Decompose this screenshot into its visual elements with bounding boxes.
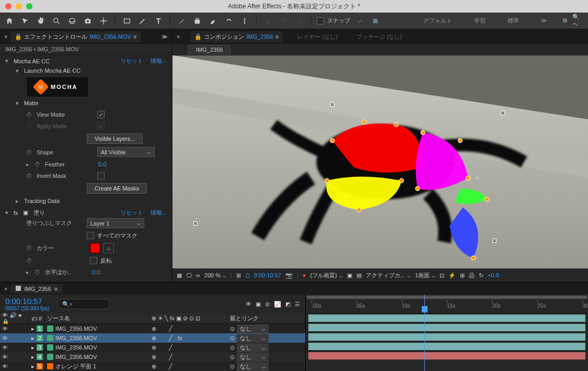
hand-tool-icon[interactable] <box>34 15 47 27</box>
layer-duration-bar[interactable] <box>308 324 585 331</box>
home-icon[interactable] <box>3 15 16 27</box>
invertmask-checkbox[interactable] <box>97 172 105 179</box>
exposure-value[interactable]: +0.0 <box>488 272 499 278</box>
twirl-launch[interactable]: ▾ <box>16 68 21 74</box>
comp-menu-icon[interactable]: ≡ <box>275 33 279 40</box>
selection-tool-icon[interactable] <box>19 15 31 27</box>
twirl-icon[interactable]: ▸ <box>31 335 34 342</box>
layer-search-input[interactable]: 🔍▾ <box>57 299 110 309</box>
visible-layers-button[interactable]: Visible Layers... <box>87 133 143 144</box>
reset-exposure-icon[interactable]: ↻ <box>479 272 483 279</box>
parent-select[interactable]: なし⌵ <box>237 362 269 371</box>
orbit-tool-icon[interactable] <box>66 15 78 27</box>
stopwatch-color[interactable]: ⏱ <box>26 245 33 251</box>
panel-menu-icon[interactable]: ≡ <box>133 33 136 40</box>
stopwatch-invert[interactable]: ⏱ <box>26 257 33 264</box>
pickwhip-icon[interactable]: ⊙ <box>230 335 235 342</box>
stopwatch-shape[interactable]: ⏱ <box>26 149 33 155</box>
panel-overflow-icon[interactable]: ≫ <box>162 33 168 40</box>
camera-select[interactable]: アクティブカ...⌵ <box>366 272 411 279</box>
visibility-icon[interactable]: 👁 <box>2 335 9 341</box>
twirl-tracking[interactable]: ▸ <box>16 198 21 205</box>
track-row[interactable] <box>306 351 588 361</box>
layer-duration-bar[interactable] <box>308 343 585 350</box>
timeline-menu-icon[interactable]: ≡ <box>54 286 57 292</box>
reset-fill[interactable]: リセット <box>120 209 143 217</box>
workspace-default[interactable]: デフォルト <box>413 15 463 27</box>
stopwatch-invertmask[interactable]: ⏱ <box>26 173 33 179</box>
panel-close-icon[interactable]: × <box>4 33 7 40</box>
timeline-tab[interactable]: IMG_2356 ≡ <box>10 284 63 294</box>
parent-select[interactable]: なし⌵ <box>237 353 269 362</box>
track-row[interactable] <box>306 313 588 323</box>
lock-icon[interactable]: 🔒 <box>15 33 22 40</box>
pen-tool-icon[interactable] <box>136 15 149 27</box>
zoom-window-icon[interactable] <box>26 3 32 9</box>
render-icon[interactable]: ☰ <box>295 301 300 308</box>
pickwhip-icon[interactable]: ⊙ <box>230 325 235 332</box>
fill-color-swatch[interactable] <box>90 243 100 253</box>
track-row[interactable] <box>306 342 588 351</box>
fill-mask-select[interactable]: Layer 1⌵ <box>87 218 144 228</box>
zoom-tool-icon[interactable] <box>50 15 63 27</box>
pan-behind-tool-icon[interactable] <box>97 15 110 27</box>
composition-tab[interactable]: 🔒 コンポジション IMG_2356 ≡ <box>190 31 283 42</box>
stopwatch-hblur[interactable]: ⏱ <box>34 269 42 275</box>
info-fill[interactable]: 情報... <box>151 209 167 217</box>
motion-blur-icon[interactable]: ⊘ <box>265 301 270 308</box>
layer-row[interactable]: 👁▸4IMG_2356.MOV⊕╱⊙なし⌵ <box>0 352 305 362</box>
search-icon[interactable]: 🔍 ヘ <box>572 15 585 27</box>
pickwhip-icon[interactable]: ⊙ <box>230 344 235 351</box>
invert-checkbox[interactable] <box>90 257 97 264</box>
roto-tool-icon[interactable] <box>223 15 235 27</box>
zoom-select[interactable]: 200 %⌵ <box>204 272 226 279</box>
stopwatch-viewmatte[interactable]: ⏱ <box>26 111 33 118</box>
hblur-value[interactable]: 0.0 <box>92 269 100 275</box>
snapshot-icon[interactable]: 📷 <box>285 272 293 279</box>
layer-row[interactable]: 👁▸3IMG_2356.MOV⊕╱⊙なし⌵ <box>0 343 305 352</box>
composition-viewer[interactable]: ✦ <box>172 55 588 268</box>
layer-duration-bar[interactable] <box>308 314 585 322</box>
twirl-fill[interactable]: ▾ <box>5 209 10 216</box>
eyedropper-icon[interactable]: ⌕ <box>103 243 114 253</box>
mesh-icon[interactable]: ◬ <box>262 15 274 27</box>
channel-icon[interactable]: ● <box>303 272 306 278</box>
pickwhip-icon[interactable]: ⊙ <box>230 354 235 361</box>
layer-duration-bar[interactable] <box>308 352 585 359</box>
parent-select[interactable]: なし⌵ <box>237 324 269 333</box>
layer-tab[interactable]: レイヤー (なし) <box>293 31 341 42</box>
mask-mode-icon[interactable]: ◇ <box>278 15 290 27</box>
draft3d-icon[interactable]: ◩ <box>285 301 291 308</box>
comp-fx-icon[interactable]: ▣ <box>23 209 30 216</box>
layer-row[interactable]: 👁▸1IMG_2356.MOV⊕╱⊙なし⌵ <box>0 324 305 333</box>
visibility-icon[interactable]: 👁 <box>2 344 9 351</box>
viewmatte-checkbox[interactable] <box>97 111 105 118</box>
workspace-more[interactable]: ≫ <box>531 15 558 27</box>
twirl-icon[interactable]: ▸ <box>31 344 34 351</box>
comp-close-icon[interactable]: × <box>177 33 180 40</box>
shape-mode-icon[interactable]: ▢ <box>293 15 306 27</box>
visibility-icon[interactable]: 👁 <box>2 325 9 332</box>
stopwatch-feather[interactable]: ⏱ <box>34 161 42 167</box>
view-display-icon[interactable]: 🖵 <box>186 272 192 278</box>
clone-tool-icon[interactable] <box>191 15 204 27</box>
mask-view-icon[interactable]: ▤ <box>356 272 362 279</box>
flowchart-icon[interactable]: 品 <box>469 272 475 279</box>
visibility-icon[interactable]: 👁 <box>2 363 9 369</box>
workspace-standard[interactable]: 標準 <box>497 15 529 27</box>
twirl-matte[interactable]: ▾ <box>16 100 21 107</box>
snap-options-icon[interactable]: ⟋ <box>353 15 366 27</box>
eraser-tool-icon[interactable] <box>207 15 220 27</box>
parent-select[interactable]: なし⌵ <box>237 334 269 343</box>
twirl-icon[interactable]: ▸ <box>31 354 34 361</box>
lock-icon[interactable]: 🔒 <box>194 33 202 40</box>
feather-value[interactable]: 0.0 <box>98 161 106 167</box>
camera-tool-icon[interactable] <box>82 15 94 27</box>
mocha-launch-button[interactable]: M MOCHA <box>26 76 89 97</box>
close-window-icon[interactable] <box>5 3 11 9</box>
pixel-aspect-icon[interactable]: ⊡ <box>440 272 444 279</box>
toggle-grid-icon[interactable]: ▦ <box>369 15 382 27</box>
layer-row[interactable]: 👁▸2IMG_2356.MOV⊕╱fx⊙なし⌵ <box>0 333 305 343</box>
viewer-time[interactable]: 0:00:10:57 <box>254 272 281 278</box>
pickwhip-icon[interactable]: ⊙ <box>230 363 235 370</box>
